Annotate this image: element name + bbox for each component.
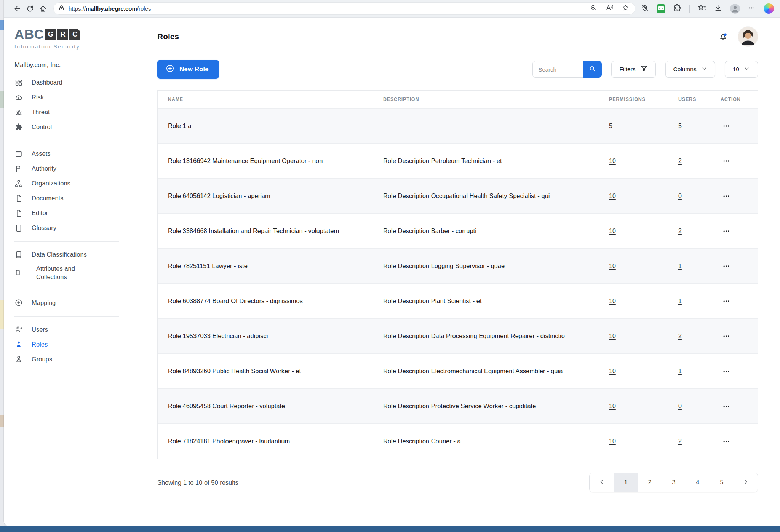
prev-page-button[interactable] (590, 473, 614, 492)
search-input[interactable] (532, 61, 583, 78)
row-actions-button[interactable] (721, 225, 732, 237)
users-link[interactable]: 2 (678, 228, 682, 234)
read-aloud-icon[interactable] (606, 4, 614, 13)
users-link[interactable]: 2 (678, 438, 682, 444)
browser-window: https://mallby.abcgrc.com/roles (4, 0, 780, 526)
cell-role-name: Role 46095458 Court Reporter - voluptate (168, 403, 383, 410)
favorite-star-icon[interactable] (622, 4, 629, 13)
documents-file-icon (14, 194, 23, 203)
lock-icon (58, 5, 65, 13)
password-manager-extension-icon[interactable] (657, 4, 665, 13)
row-actions-button[interactable] (721, 365, 732, 377)
sidebar-item-data-classifications[interactable]: Data Classifications (14, 247, 119, 262)
page-button-4[interactable]: 4 (686, 473, 710, 492)
sidebar-item-groups[interactable]: Groups (14, 352, 119, 367)
new-role-button[interactable]: New Role (157, 60, 219, 79)
collections-icon[interactable] (698, 4, 706, 13)
sidebar-item-organizations[interactable]: Organizations (14, 176, 119, 191)
table-row: Role 46095458 Court Reporter - voluptate… (158, 388, 758, 423)
page-button-3[interactable]: 3 (662, 473, 686, 492)
results-summary: Showing 1 to 10 of 50 results (157, 479, 238, 486)
logo-letter-g: G (45, 29, 56, 40)
page-button-1[interactable]: 1 (614, 473, 638, 492)
users-link[interactable]: 0 (678, 403, 682, 409)
downloads-icon[interactable] (714, 4, 722, 13)
page-title: Roles (157, 32, 179, 41)
page-button-2[interactable]: 2 (638, 473, 662, 492)
row-actions-button[interactable] (721, 295, 732, 307)
users-link[interactable]: 5 (678, 123, 682, 129)
zoom-out-icon[interactable] (590, 4, 597, 13)
column-header-description: DESCRIPTION (383, 97, 609, 102)
sidebar-item-dashboard[interactable]: Dashboard (14, 75, 119, 90)
sidebar-item-roles[interactable]: Roles (14, 337, 119, 352)
divider (14, 56, 119, 56)
permissions-link[interactable]: 10 (609, 403, 616, 409)
row-actions-button[interactable] (721, 260, 732, 272)
permissions-link[interactable]: 5 (609, 123, 612, 129)
sidebar-item-authority[interactable]: Authority (14, 161, 119, 176)
copilot-icon[interactable] (764, 3, 774, 14)
users-link[interactable]: 1 (678, 263, 682, 269)
sidebar-item-documents[interactable]: Documents (14, 191, 119, 206)
table-header-row: NAME DESCRIPTION PERMISSIONS USERS ACTIO… (158, 91, 758, 108)
settings-ellipsis-icon[interactable] (748, 4, 756, 13)
extensions-puzzle-icon[interactable] (673, 4, 681, 13)
page-header: Roles (157, 18, 758, 56)
row-actions-button[interactable] (721, 435, 732, 447)
notifications-bell-icon[interactable] (718, 32, 728, 42)
users-link[interactable]: 1 (678, 298, 682, 304)
users-link[interactable]: 0 (678, 193, 682, 199)
assets-box-icon (14, 150, 23, 158)
row-actions-button[interactable] (721, 400, 732, 412)
sidebar-item-mapping[interactable]: Mapping (14, 296, 119, 310)
page-size-dropdown[interactable]: 10 (725, 61, 758, 78)
sidebar-item-control[interactable]: Control (14, 120, 119, 134)
user-avatar[interactable] (738, 27, 758, 46)
users-link[interactable]: 2 (678, 333, 682, 339)
permissions-link[interactable]: 10 (609, 438, 616, 444)
users-link[interactable]: 2 (678, 158, 682, 164)
refresh-button[interactable] (24, 2, 37, 15)
permissions-link[interactable]: 10 (609, 193, 616, 199)
url-path: /roles (137, 5, 151, 12)
table-row: Role 60388774 Board Of Directors - digni… (158, 283, 758, 318)
permissions-link[interactable]: 10 (609, 298, 616, 304)
sidebar-item-users[interactable]: Users (14, 322, 119, 337)
row-actions-button[interactable] (721, 155, 732, 167)
sidebar-item-risk[interactable]: Risk (14, 90, 119, 105)
browser-profile-icon[interactable] (730, 4, 740, 14)
table-row: Role 1 a 5 5 (158, 108, 758, 143)
sidebar-item-attributes-collections[interactable]: Attributes and Collections (14, 262, 119, 284)
sidebar-item-editor[interactable]: Editor (14, 206, 119, 220)
cell-role-name: Role 60388774 Board Of Directors - digni… (168, 297, 383, 305)
back-button[interactable] (11, 2, 24, 15)
cell-role-name: Role 84893260 Public Health Social Worke… (168, 367, 383, 375)
sidebar-item-assets[interactable]: Assets (14, 146, 119, 161)
sidebar-item-threat[interactable]: Threat (14, 105, 119, 120)
next-page-button[interactable] (734, 473, 758, 492)
users-link[interactable]: 1 (678, 368, 682, 374)
sidebar-item-glossary[interactable]: Glossary (14, 220, 119, 235)
table-row: Role 19537033 Electrician - adipisci Rol… (158, 318, 758, 353)
divider (14, 141, 119, 141)
permissions-link[interactable]: 10 (609, 333, 616, 339)
row-actions-button[interactable] (721, 330, 732, 342)
permissions-link[interactable]: 10 (609, 158, 616, 164)
permissions-link[interactable]: 10 (609, 228, 616, 234)
filters-button[interactable]: Filters (611, 61, 655, 78)
search-button[interactable] (583, 61, 602, 78)
sidebar-item-label: Dashboard (32, 79, 62, 86)
page-button-5[interactable]: 5 (710, 473, 734, 492)
permissions-link[interactable]: 10 (609, 368, 616, 374)
permissions-link[interactable]: 10 (609, 263, 616, 269)
filter-funnel-icon (640, 65, 648, 74)
row-actions-button[interactable] (721, 190, 732, 202)
home-button[interactable] (37, 2, 50, 15)
tracking-prevention-icon[interactable] (641, 4, 649, 13)
cell-role-description: Role Description Barber - corrupti (383, 227, 609, 235)
address-bar[interactable]: https://mallby.abcgrc.com/roles (53, 2, 635, 15)
row-actions-button[interactable] (721, 120, 732, 132)
columns-dropdown[interactable]: Columns (665, 61, 715, 78)
url-text[interactable]: https://mallby.abcgrc.com/roles (69, 5, 590, 12)
